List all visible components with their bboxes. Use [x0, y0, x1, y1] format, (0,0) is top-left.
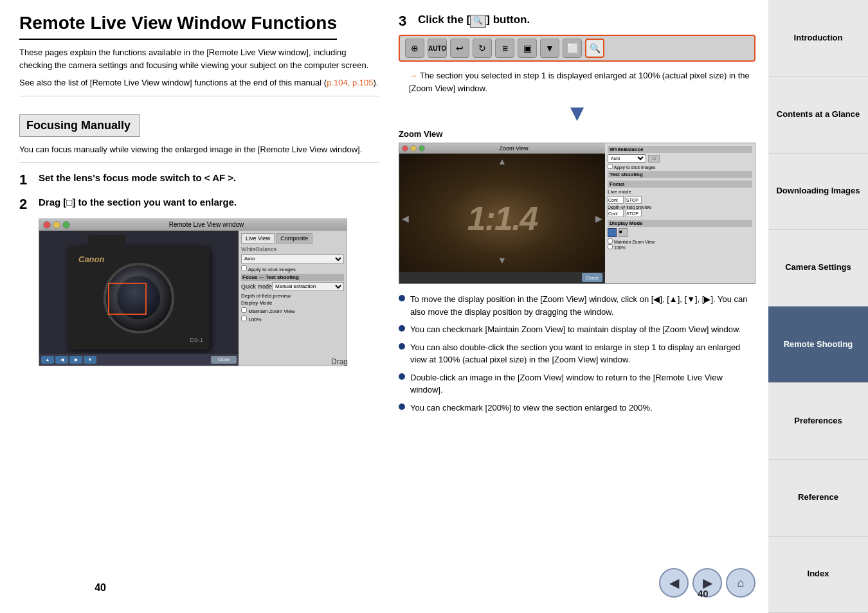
toolbar-btn-grid[interactable]: ⊞: [495, 39, 514, 58]
lv-wb-select[interactable]: Auto: [241, 254, 344, 263]
lv-bottom-toolbar: ▲ ◀ ▶ ▼ Close: [39, 354, 239, 366]
zoom-titlebar: Zoom View: [399, 143, 605, 154]
zoom-focus-section: Focus Live mode Depth-of-field preview: [608, 181, 752, 217]
sidebar-item-introduction[interactable]: Introduction: [768, 0, 868, 76]
sidebar-item-camera[interactable]: Camera Settings: [768, 230, 868, 306]
step-1-num: 1: [19, 172, 33, 188]
zoom-lens-background: ▲ ▼ ◀ ▶ 1:1.4 Close: [399, 154, 605, 283]
zoom-wb-title: WhiteBalance: [608, 146, 752, 153]
bullet-dot-2: [399, 325, 405, 332]
zoom-dof-label: Depth-of-field preview: [608, 205, 752, 209]
lv-focus-select[interactable]: Manual extraction: [272, 282, 344, 291]
zoom-maintain-checkbox[interactable]: [608, 238, 613, 244]
lv-maintain-row: Maintain Zoom View: [241, 307, 344, 314]
lv-btn1[interactable]: ▲: [41, 356, 54, 364]
zoom-titlebar-buttons: [402, 145, 425, 152]
zoom-maintain-row: Maintain Zoom View: [608, 238, 752, 244]
zoom-arrow-down-icon[interactable]: ▼: [498, 255, 507, 265]
lv-focus-text: Quick mode: [241, 283, 272, 290]
zoom-wb-select[interactable]: Auto: [608, 154, 646, 163]
page-link[interactable]: p.104, p.105: [327, 78, 373, 87]
zoom-window: Zoom View ▲ ▼ ◀ ▶ 1:1.4 Close WhiteBalan…: [399, 143, 755, 284]
sidebar-item-contents[interactable]: Contents at a Glance: [768, 76, 868, 153]
divider: [19, 96, 379, 96]
zoom-200pct-checkbox[interactable]: [608, 244, 613, 249]
zoom-arrow-up-icon[interactable]: ▲: [498, 156, 507, 166]
lv-ctrl-tabs: Live View Composite: [241, 233, 344, 244]
toolbar-btn-frame[interactable]: ⬜: [563, 39, 582, 58]
zoom-dof-cont[interactable]: [608, 209, 624, 217]
zoom-max-icon[interactable]: [419, 145, 425, 152]
toolbar-btn-crosshair[interactable]: ⊕: [405, 39, 424, 58]
lv-200pct-row: 100%: [241, 315, 344, 323]
lv-maintain-checkbox[interactable]: [241, 307, 247, 313]
zoom-number-display: 1:1.4: [467, 199, 538, 238]
zoom-cont-input[interactable]: [608, 196, 624, 204]
toolbar-btn-refresh[interactable]: ↻: [473, 39, 492, 58]
sidebar-item-remote[interactable]: Remote Shooting: [768, 306, 868, 383]
lv-titlebar-buttons: [43, 221, 70, 229]
zoom-close-button[interactable]: Close: [582, 273, 602, 282]
camera-model-label: DS-1: [190, 337, 203, 343]
lv-close-btn[interactable]: Close: [211, 356, 237, 364]
lv-200pct-checkbox[interactable]: [241, 315, 247, 321]
zoom-test-title: Test shooting: [608, 171, 752, 178]
zoom-arrow-right-icon[interactable]: ▶: [595, 213, 602, 224]
lv-btn4[interactable]: ▼: [84, 356, 96, 364]
zoom-arrow-left-icon[interactable]: ◀: [402, 213, 409, 224]
sidebar: Introduction Contents at a Glance Downlo…: [768, 0, 868, 613]
bullet-text-5: You can checkmark [200%] to view the sec…: [410, 402, 653, 414]
sidebar-item-index[interactable]: Index: [768, 537, 868, 613]
bullet-dot-1: [399, 295, 405, 301]
sidebar-label-index: Index: [808, 569, 829, 580]
page-number: 40: [95, 582, 106, 594]
zoom-close-icon[interactable]: [402, 145, 408, 152]
arrow-down-icon: ▼: [399, 100, 755, 127]
nav-prev-button[interactable]: ◀: [659, 568, 689, 598]
sidebar-item-preferences[interactable]: Preferences: [768, 383, 868, 459]
toolbar-btn-auto[interactable]: AUTO: [428, 39, 447, 58]
lv-apply-checkbox[interactable]: [241, 265, 247, 271]
lv-btn2[interactable]: ◀: [55, 356, 68, 364]
bullet-list: To move the display position in the [Zoo…: [399, 293, 755, 414]
step-3: 3 Click the [🔍] button.: [399, 13, 755, 30]
step-1-text: Set the lens's focus mode switch to < AF…: [39, 172, 236, 184]
magnifier-icon: 🔍: [470, 15, 486, 28]
zoom-stop-input[interactable]: [626, 196, 642, 204]
home-icon: ⌂: [737, 576, 745, 590]
step3-description: The section you selected in step 1 is di…: [399, 69, 755, 94]
lv-tab-composite[interactable]: Composite: [276, 233, 312, 244]
sidebar-item-reference[interactable]: Reference: [768, 460, 868, 537]
zoom-display-btn1[interactable]: [608, 228, 617, 237]
bullet-item-5: You can checkmark [200%] to view the sec…: [399, 402, 755, 414]
zoom-dof-stop[interactable]: [626, 209, 642, 217]
maximize-button-icon[interactable]: [62, 221, 70, 229]
toolbar-btn-dropdown[interactable]: ▼: [540, 39, 559, 58]
camera-logo: Canon: [78, 254, 104, 264]
live-view-screenshot: Remote Live View window Canon DS-1 Live …: [39, 218, 347, 366]
zoom-display-btn2[interactable]: ■: [619, 228, 628, 237]
bullet-dot-4: [399, 373, 405, 380]
lv-display-label: Display Mode: [241, 300, 344, 306]
lv-tab-liveview[interactable]: Live View: [241, 233, 275, 244]
toolbar-btn-split[interactable]: ▣: [518, 39, 537, 58]
zoom-image-area: Zoom View ▲ ▼ ◀ ▶ 1:1.4 Close: [399, 143, 605, 283]
toolbar-btn-undo[interactable]: ↩: [450, 39, 469, 58]
toolbar-btn-magnifier[interactable]: 🔍: [585, 39, 604, 58]
bullet-dot-5: [399, 404, 405, 410]
sidebar-label-downloading: Downloading Images: [776, 186, 860, 197]
bullet-item-3: You can also double-click the section yo…: [399, 341, 755, 366]
lv-window-title: Remote Live View window: [169, 221, 244, 228]
toolbar-image: ⊕ AUTO ↩ ↻ ⊞ ▣ ▼ ⬜ 🔍: [399, 35, 755, 62]
zoom-min-icon[interactable]: [410, 145, 417, 152]
sidebar-label-remote: Remote Shooting: [784, 339, 853, 350]
nav-home-button[interactable]: ⌂: [726, 568, 755, 598]
zoom-apply-checkbox[interactable]: [608, 164, 613, 169]
close-button-icon[interactable]: [43, 221, 51, 229]
zoom-livemode-row: Live mode: [608, 189, 752, 195]
minimize-button-icon[interactable]: [53, 221, 60, 229]
sidebar-item-downloading[interactable]: Downloading Images: [768, 154, 868, 230]
bullet-dot-3: [399, 343, 405, 350]
bullet-item-1: To move the display position in the [Zoo…: [399, 293, 755, 318]
lv-btn3[interactable]: ▶: [69, 356, 82, 364]
